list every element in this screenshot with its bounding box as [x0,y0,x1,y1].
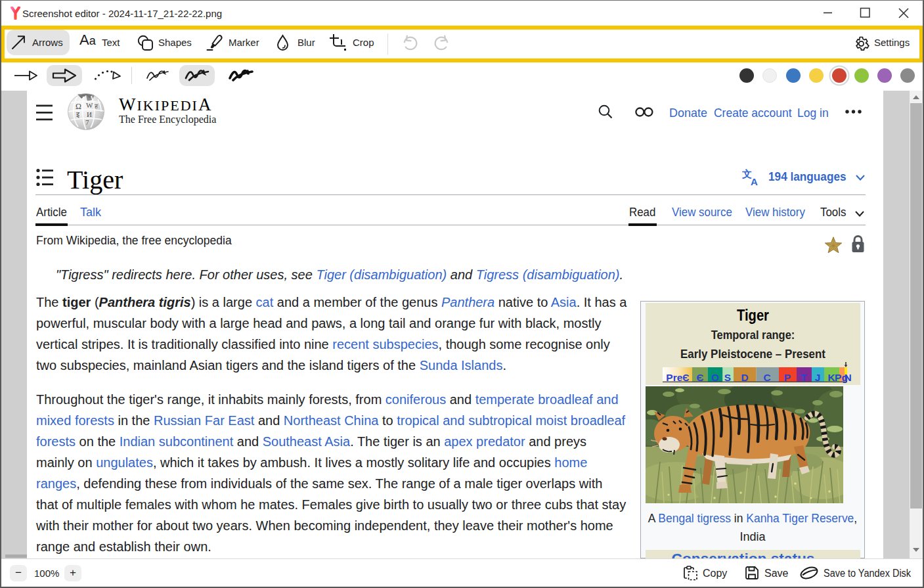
svg-text:D: D [741,372,748,383]
svg-text:7: 7 [85,118,89,126]
svg-text:A: A [751,176,758,187]
svg-text:ह: ह [94,102,98,110]
svg-text:W: W [86,101,93,109]
svg-text:T: T [801,372,807,383]
svg-text:N: N [844,372,851,383]
svg-text:PreЄ: PreЄ [666,372,689,383]
svg-text:P: P [784,372,791,383]
svg-text:И: И [87,110,92,118]
svg-text:Ω: Ω [76,102,81,111]
svg-text:C: C [763,372,770,383]
svg-text:Є: Є [696,372,703,383]
svg-text:S: S [724,372,731,383]
svg-text:O: O [711,372,719,383]
svg-text:इ: इ [76,110,80,118]
svg-text:J: J [815,372,821,383]
